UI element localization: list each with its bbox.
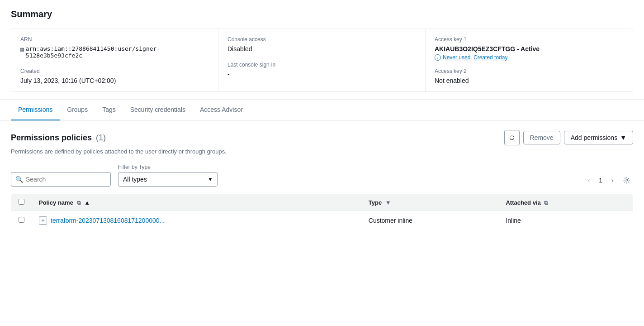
last-sign-in-value: - [227,71,416,78]
svg-point-0 [626,179,628,181]
filter-left: 🔍 Filter by Type All types AWS managed C… [11,164,218,187]
policy-name-col: Policy name ⧉ ▲ [32,194,361,211]
type-cell: Customer inline [361,211,499,230]
summary-section: Summary ARN ▦ arn:aws:iam::278868411450:… [0,0,644,100]
permissions-table: Policy name ⧉ ▲ Type ▼ Attached via ⧉ [11,194,633,230]
policy-name-cell: + terraform-20230713081608171200000... [32,211,361,230]
attached-via-col: Attached via ⧉ [498,194,633,211]
access-key1-label: Access key 1 [435,36,624,43]
summary-cell-console: Console access Disabled Last console sig… [218,29,426,91]
permissions-actions: Remove Add permissions ▼ [504,130,634,145]
sort-asc-icon[interactable]: ▲ [84,199,90,206]
tab-tags[interactable]: Tags [95,100,123,120]
summary-cell-keys: Access key 1 AKIAUB3O2IQ5EZ3CFTGG - Acti… [426,29,633,91]
type-filter-wrapper: Filter by Type All types AWS managed Cus… [118,164,218,187]
access-key1-info[interactable]: i Never used. Created today. [435,54,624,61]
row-checkbox[interactable] [19,217,24,223]
tab-security-credentials[interactable]: Security credentials [123,100,193,120]
sort-desc-icon[interactable]: ▼ [385,199,391,206]
select-wrapper: All types AWS managed Customer managed C… [118,172,218,187]
table-body: + terraform-20230713081608171200000... C… [11,211,633,230]
permissions-section: Permissions policies (1) Remove Add perm… [0,121,644,240]
permissions-header: Permissions policies (1) Remove Add perm… [11,130,633,145]
row-checkbox-cell [11,211,32,230]
console-access-value: Disabled [227,45,416,53]
access-key1-value: AKIAUB3O2IQ5EZ3CFTGG - Active [435,45,624,53]
attached-via-cell: Inline [498,211,633,230]
created-value: July 13, 2023, 10:16 (UTC+02:00) [20,77,209,84]
next-page-button[interactable]: › [606,174,619,187]
search-input[interactable] [11,172,111,187]
attached-via-header: Attached via [506,199,540,206]
settings-button[interactable] [620,174,633,187]
select-all-checkbox[interactable] [19,199,24,205]
summary-title: Summary [11,9,633,19]
policy-link[interactable]: terraform-20230713081608171200000... [51,217,165,224]
select-all-col [11,194,32,211]
info-icon: i [435,54,441,61]
gear-icon [623,177,630,184]
dropdown-arrow-icon: ▼ [620,134,626,141]
tabs-section: Permissions Groups Tags Security credent… [0,100,644,121]
tab-groups[interactable]: Groups [60,100,95,120]
arn-label: ARN [20,36,209,43]
tab-access-advisor[interactable]: Access Advisor [193,100,250,120]
permissions-subtitle: Permissions are defined by policies atta… [11,148,633,155]
permissions-title-group: Permissions policies (1) [11,133,106,143]
page-container: Summary ARN ▦ arn:aws:iam::278868411450:… [0,0,644,326]
page-number: 1 [597,177,604,184]
table-row: + terraform-20230713081608171200000... C… [11,211,633,230]
filter-by-type-label: Filter by Type [118,164,218,170]
access-key2-label: Access key 2 [435,68,624,74]
permissions-title: Permissions policies (1) [11,133,106,143]
policy-name-value: + terraform-20230713081608171200000... [39,216,354,225]
console-access-label: Console access [227,36,416,43]
refresh-icon [509,134,515,141]
arn-value: ▦ arn:aws:iam::278868411450:user/signer-… [20,45,209,59]
permissions-count: (1) [96,133,106,142]
policy-name-header: Policy name [39,199,73,206]
filter-row: 🔍 Filter by Type All types AWS managed C… [11,164,633,187]
last-sign-in-label: Last console sign-in [227,62,416,68]
attached-via-external-icon[interactable]: ⧉ [544,200,548,206]
add-permissions-button[interactable]: Add permissions ▼ [564,131,633,144]
tab-permissions[interactable]: Permissions [11,100,60,120]
search-icon: 🔍 [15,176,23,183]
summary-grid: ARN ▦ arn:aws:iam::278868411450:user/sig… [11,29,633,92]
table-header: Policy name ⧉ ▲ Type ▼ Attached via ⧉ [11,194,633,211]
search-wrapper: 🔍 [11,172,111,187]
summary-cell-arn: ARN ▦ arn:aws:iam::278868411450:user/sig… [11,29,218,91]
type-select[interactable]: All types AWS managed Customer managed C… [118,172,218,187]
table-header-row: Policy name ⧉ ▲ Type ▼ Attached via ⧉ [11,194,633,211]
access-key2-value: Not enabled [435,77,624,84]
type-col: Type ▼ [361,194,499,211]
pagination: ‹ 1 › [582,174,633,187]
refresh-button[interactable] [504,130,520,145]
remove-button[interactable]: Remove [523,131,560,144]
type-header: Type [369,199,382,206]
prev-page-button[interactable]: ‹ [582,174,595,187]
copy-icon[interactable]: ▦ [20,46,24,53]
expand-button[interactable]: + [39,216,47,225]
created-label: Created [20,68,209,74]
external-link-icon[interactable]: ⧉ [77,200,81,206]
